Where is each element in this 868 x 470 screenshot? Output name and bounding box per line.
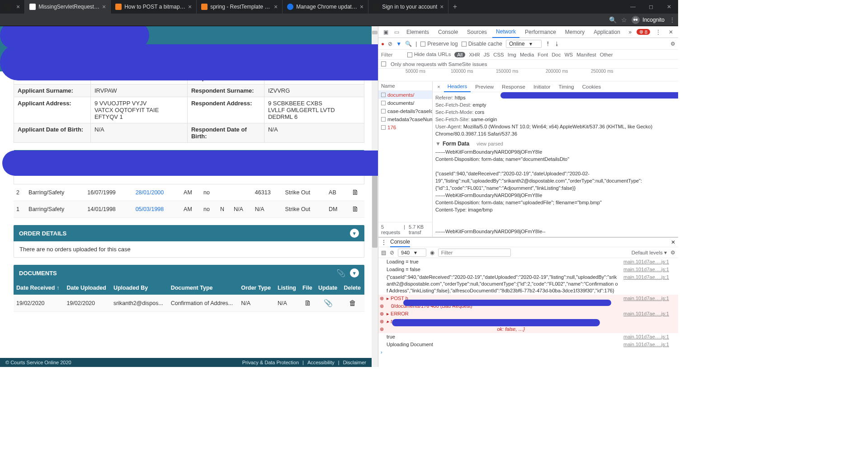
error-count-badge[interactable]: ⊗ 8 (637, 29, 650, 35)
network-filter-input[interactable] (381, 52, 404, 57)
detail-tab-preview[interactable]: Preview (472, 84, 497, 89)
window-close[interactable]: ✕ (660, 0, 678, 14)
collapse-icon[interactable]: ▾ (350, 268, 359, 277)
applications-panel-header[interactable]: APPLICATIONS ▾ (14, 150, 364, 166)
documents-panel-header[interactable]: DOCUMENTS 📎 ▾ (14, 265, 364, 281)
device-toggle-icon[interactable]: ▭ (392, 29, 401, 35)
filter-type[interactable]: Manifest (576, 52, 596, 57)
browser-tab[interactable]: How to POST a bitmap to a serv× (111, 0, 197, 14)
close-icon[interactable]: × (16, 3, 20, 10)
sidebar-toggle-icon[interactable]: ▤ (381, 249, 386, 256)
more-tabs-icon[interactable]: » (626, 29, 635, 35)
network-request[interactable]: metadata?caseNumbe... (378, 115, 432, 123)
close-detail-icon[interactable]: × (434, 84, 443, 89)
attach-icon[interactable]: 📎 (336, 269, 345, 277)
console-context-select[interactable]: 940 ▾ (398, 249, 426, 257)
detail-tab-headers[interactable]: Headers (444, 81, 471, 92)
browser-tab[interactable]: × (0, 0, 25, 14)
close-icon[interactable]: × (360, 3, 363, 10)
detail-tab-response[interactable]: Response (498, 84, 529, 89)
document-icon[interactable]: 🗎 (346, 184, 364, 201)
close-icon[interactable]: × (274, 3, 278, 10)
delete-icon[interactable]: 🗑 (341, 295, 364, 312)
console-output[interactable]: Loading = truemain.101d7ae….js:1 Loading… (378, 258, 678, 367)
hide-dataurl-checkbox[interactable]: Hide data URLs (407, 52, 451, 57)
footer-link-accessibility[interactable]: Accessibility (307, 360, 335, 365)
network-request[interactable]: 176 (378, 123, 432, 132)
detail-tab-cookies[interactable]: Cookies (579, 84, 605, 89)
column-header[interactable]: Name (378, 81, 432, 91)
record-icon[interactable]: ● (381, 41, 384, 47)
close-icon[interactable]: × (102, 3, 106, 10)
devtools-tab-performance[interactable]: Performance (521, 26, 560, 38)
filter-type[interactable]: Doc (552, 52, 561, 57)
browser-tab[interactable]: MissingServletRequestParamete× (25, 0, 111, 14)
devtools-close-icon[interactable]: ✕ (666, 29, 675, 35)
search-icon[interactable]: 🔍 (405, 41, 412, 47)
detail-tab-timing[interactable]: Timing (555, 84, 578, 89)
collapse-icon[interactable]: ▾ (350, 154, 359, 163)
filter-type[interactable]: WS (565, 52, 573, 57)
filter-type[interactable]: Media (520, 52, 534, 57)
network-request[interactable]: documents/ (378, 99, 432, 107)
footer-link-disclaimer[interactable]: Disclaimer (343, 360, 366, 365)
console-settings-icon[interactable]: ⚙ (670, 249, 675, 256)
network-request[interactable]: case-details?caseId=9... (378, 107, 432, 115)
page-scrollbar[interactable] (372, 26, 378, 367)
collapse-icon[interactable]: ▾ (350, 229, 359, 238)
devtools-tab-application[interactable]: Application (590, 26, 624, 38)
browser-tab[interactable]: spring - RestTemplate required M× (197, 0, 283, 14)
devtools-tab-elements[interactable]: Elements (403, 26, 433, 38)
view-parsed-link[interactable]: view parsed (476, 141, 503, 146)
filter-type[interactable]: Font (538, 52, 548, 57)
browser-tab[interactable]: Manage Chrome updates (Wind× (283, 0, 368, 14)
search-icon[interactable]: 🔍 (609, 16, 617, 24)
devtools-tab-memory[interactable]: Memory (561, 26, 588, 38)
clear-console-icon[interactable]: ⊘ (390, 249, 394, 256)
devtools-menu-icon[interactable]: ⋮ (654, 29, 663, 35)
return-date-link[interactable]: 05/03/1998 (136, 206, 164, 212)
throttling-select[interactable]: Online ▾ (506, 40, 542, 48)
clear-icon[interactable]: ⊘ (388, 41, 392, 47)
log-levels-select[interactable]: Default levels ▾ (632, 249, 667, 256)
devtools-tab-sources[interactable]: Sources (463, 26, 491, 38)
download-har-icon[interactable]: ⭳ (554, 41, 560, 47)
live-expression-icon[interactable]: ◉ (430, 249, 434, 256)
filter-type[interactable]: Other (600, 52, 613, 57)
upload-har-icon[interactable]: ⭱ (545, 41, 551, 47)
new-tab-button[interactable]: + (448, 0, 461, 14)
preserve-log-checkbox[interactable]: Preserve log (420, 41, 458, 47)
file-download-icon[interactable]: 🗎 (300, 295, 316, 312)
return-date-link[interactable]: 28/01/2000 (136, 189, 164, 196)
bookmark-icon[interactable]: ☆ (621, 16, 627, 24)
detail-tab-initiator[interactable]: Initiator (530, 84, 554, 89)
filter-type-all[interactable]: All (454, 52, 465, 57)
close-icon[interactable]: × (188, 3, 192, 10)
close-icon[interactable]: × (440, 3, 443, 10)
network-timeline[interactable]: 50000 ms 100000 ms 150000 ms 200000 ms 2… (378, 69, 678, 81)
inspect-icon[interactable]: ▣ (381, 29, 390, 35)
filter-type[interactable]: JS (484, 52, 490, 57)
attach-icon[interactable]: 📎 (316, 295, 341, 312)
network-request[interactable]: documents/ (378, 91, 432, 99)
window-minimize[interactable]: — (624, 0, 642, 14)
drawer-menu-icon[interactable]: ⋮ (381, 239, 387, 245)
samesite-filter[interactable]: Only show requests with SameSite issues (378, 60, 678, 69)
browser-menu-icon[interactable]: ⋮ (669, 16, 675, 24)
footer-link-privacy[interactable]: Privacy & Data Protection (242, 360, 299, 365)
orders-panel-header[interactable]: ORDER DETAILS ▾ (14, 225, 364, 241)
settings-icon[interactable]: ⚙ (670, 41, 675, 47)
filter-type[interactable]: XHR (469, 52, 480, 57)
filter-toggle-icon[interactable]: ▼ (396, 41, 401, 47)
filter-type[interactable]: CSS (493, 52, 504, 57)
window-maximize[interactable]: ◻ (642, 0, 660, 14)
devtools-tab-console[interactable]: Console (434, 26, 462, 38)
document-icon[interactable]: 🗎 (346, 201, 364, 218)
request-headers-view[interactable]: Referer: https Sec-Fetch-Dest: empty Sec… (433, 92, 678, 237)
devtools-tab-network[interactable]: Network (492, 26, 519, 38)
filter-type[interactable]: Img (508, 52, 516, 57)
browser-tab[interactable]: Sign in to your account× (368, 0, 448, 14)
disable-cache-checkbox[interactable]: Disable cache (462, 41, 502, 47)
drawer-close-icon[interactable]: ✕ (671, 239, 675, 245)
console-filter-input[interactable] (438, 249, 511, 257)
